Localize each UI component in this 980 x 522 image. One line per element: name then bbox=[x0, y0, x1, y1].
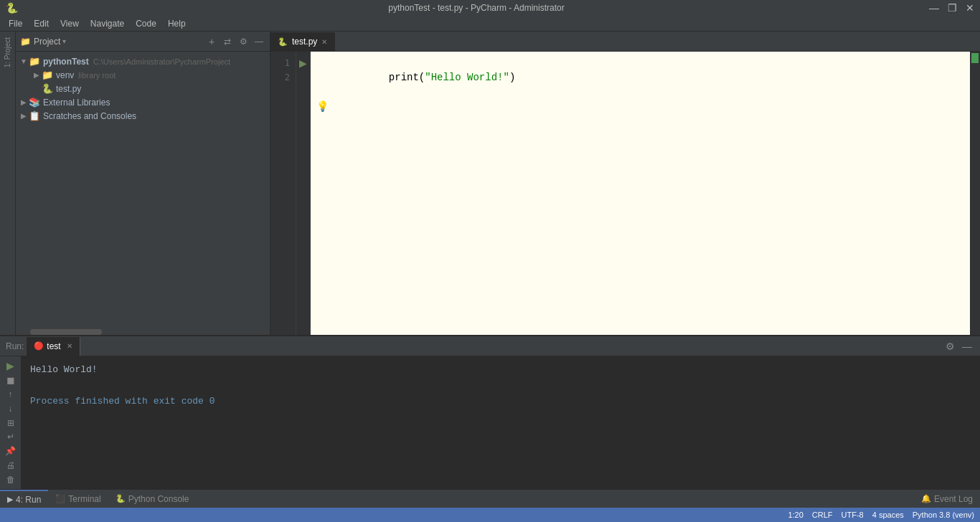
run-label: Run: bbox=[6, 341, 24, 351]
scratches-icon: 📋 bbox=[29, 110, 40, 121]
editor-tabs: 🐍 test.py ✕ bbox=[270, 32, 980, 52]
bottom-tabs-bar: ▶ 4: Run ⬛ Terminal 🐍 Python Console 🔔 E… bbox=[0, 489, 980, 508]
tree-item-venv[interactable]: ▶ 📁 venv library root bbox=[16, 68, 270, 82]
run-play-icon[interactable]: ▶ bbox=[4, 359, 18, 372]
app-icon: 🐍 bbox=[6, 2, 18, 14]
run-button-gutter: ▶ bbox=[296, 52, 311, 335]
run-delete-icon[interactable]: 🗑 bbox=[4, 473, 18, 486]
bottom-tab-run-icon: ▶ bbox=[7, 495, 13, 504]
tree-suffix-venv: library root bbox=[78, 71, 116, 80]
bottom-tab-run-label: 4: Run bbox=[16, 495, 41, 505]
code-editor[interactable]: print("Hello World!") 💡 bbox=[311, 52, 970, 335]
titlebar-title: pythonTest - test.py - PyCharm - Adminis… bbox=[24, 3, 929, 13]
event-log-right[interactable]: 🔔 Event Log bbox=[914, 490, 980, 508]
run-sidebar-icons: ▶ ◼ ↑ ↓ ⊞ ↵ 📌 🖨 🗑 bbox=[0, 356, 22, 489]
titlebar: 🐍 pythonTest - test.py - PyCharm - Admin… bbox=[0, 0, 980, 16]
run-pin-icon[interactable]: 📌 bbox=[4, 445, 18, 457]
tree-arrow-venv: ▶ bbox=[32, 71, 42, 79]
bottom-tab-terminal[interactable]: ⬛ Terminal bbox=[48, 490, 108, 508]
library-icon-external: 📚 bbox=[29, 97, 40, 108]
tab-close-testpy[interactable]: ✕ bbox=[321, 38, 327, 46]
tab-file-icon: 🐍 bbox=[278, 37, 288, 47]
project-dropdown-icon: ▾ bbox=[62, 37, 66, 45]
tree-item-pythontest[interactable]: ▼ 📁 pythonTest C:\Users\Administrator\Py… bbox=[16, 54, 270, 68]
menu-help[interactable]: Help bbox=[162, 17, 192, 30]
run-output-line-blank bbox=[30, 378, 971, 394]
minimize-panel-icon[interactable]: — bbox=[253, 37, 265, 47]
menu-edit[interactable]: Edit bbox=[28, 17, 55, 30]
run-panel: Run: 🔴 test ✕ ⚙ — ▶ ◼ ↑ ↓ ⊞ ↵ 📌 🖨 bbox=[0, 335, 980, 489]
menu-code[interactable]: Code bbox=[130, 17, 162, 30]
run-print-icon[interactable]: 🖨 bbox=[4, 459, 18, 472]
tree-path-pythontest: C:\Users\Administrator\PycharmProject bbox=[93, 57, 230, 66]
status-encoding[interactable]: UTF-8 bbox=[842, 511, 864, 519]
bottom-tab-console[interactable]: 🐍 Python Console bbox=[108, 490, 197, 508]
project-scrollbar[interactable] bbox=[16, 329, 270, 335]
bottom-tab-console-label: Python Console bbox=[128, 494, 189, 504]
project-title[interactable]: Project ▾ bbox=[34, 37, 202, 47]
project-sidebar-label[interactable]: 1: Project bbox=[2, 34, 13, 70]
project-tree: ▼ 📁 pythonTest C:\Users\Administrator\Py… bbox=[16, 52, 270, 329]
run-body: ▶ ◼ ↑ ↓ ⊞ ↵ 📌 🖨 🗑 Hello World! Process f… bbox=[0, 356, 980, 489]
line-number-2: 2 bbox=[285, 70, 290, 85]
tab-label-testpy: test.py bbox=[292, 37, 317, 47]
run-tab-close[interactable]: ✕ bbox=[67, 342, 72, 350]
status-line-ending[interactable]: CRLF bbox=[812, 511, 833, 519]
menu-file[interactable]: File bbox=[3, 17, 28, 30]
code-line-1: print("Hello World!") bbox=[316, 56, 964, 99]
event-log-icon: 🔔 bbox=[921, 494, 931, 503]
tree-item-scratches[interactable]: ▶ 📋 Scratches and Consoles bbox=[16, 109, 270, 123]
menubar: File Edit View Navigate Code Help bbox=[0, 16, 980, 32]
run-up-icon[interactable]: ↑ bbox=[4, 388, 18, 401]
project-panel: 📁 Project ▾ + ⇄ ⚙ — ▼ 📁 pythonTest C:\Us… bbox=[16, 32, 270, 335]
event-log-label: Event Log bbox=[934, 494, 973, 504]
run-panel-settings: ⚙ — bbox=[943, 339, 974, 353]
project-folder-icon: 📁 bbox=[20, 37, 31, 47]
tree-arrow-external: ▶ bbox=[19, 98, 29, 106]
run-layout-icon[interactable]: ⊞ bbox=[4, 417, 18, 430]
run-down-icon[interactable]: ↓ bbox=[4, 402, 18, 415]
ide-main: 1: Project 📁 Project ▾ + ⇄ ⚙ — ▼ bbox=[0, 32, 980, 522]
status-position[interactable]: 1:20 bbox=[788, 511, 803, 519]
tree-item-testpy[interactable]: 🐍 test.py bbox=[16, 82, 270, 95]
tree-label-testpy: test.py bbox=[56, 84, 81, 94]
line-number-1: 1 bbox=[285, 56, 290, 70]
minimize-button[interactable]: — bbox=[929, 2, 939, 14]
run-output: Hello World! Process finished with exit … bbox=[22, 356, 980, 489]
menu-navigate[interactable]: Navigate bbox=[85, 17, 130, 30]
status-indent[interactable]: 4 spaces bbox=[872, 511, 904, 519]
tree-label-venv: venv bbox=[56, 70, 74, 80]
add-icon[interactable]: + bbox=[205, 36, 218, 47]
run-stop-icon[interactable]: ◼ bbox=[4, 374, 18, 386]
sync-icon[interactable]: ⇄ bbox=[221, 37, 234, 47]
menu-view[interactable]: View bbox=[55, 17, 85, 30]
run-output-line-2: Process finished with exit code 0 bbox=[30, 394, 971, 409]
line-numbers-gutter: 1 2 bbox=[270, 52, 296, 335]
settings-icon[interactable]: ⚙ bbox=[237, 37, 250, 47]
code-hint-icon: 💡 bbox=[316, 100, 964, 112]
bottom-tab-run[interactable]: ▶ 4: Run bbox=[0, 490, 48, 508]
run-line-button[interactable]: ▶ bbox=[299, 56, 307, 70]
bottom-tab-terminal-label: Terminal bbox=[68, 494, 100, 504]
run-output-line-1: Hello World! bbox=[30, 362, 971, 378]
run-tab-icon: 🔴 bbox=[34, 341, 44, 351]
folder-icon-pythontest: 📁 bbox=[29, 56, 40, 67]
close-button[interactable]: ✕ bbox=[966, 2, 974, 14]
maximize-button[interactable]: ❐ bbox=[948, 2, 957, 14]
status-interpreter[interactable]: Python 3.8 (venv) bbox=[913, 511, 974, 519]
tree-item-external-libraries[interactable]: ▶ 📚 External Libraries bbox=[16, 95, 270, 109]
run-tab-test[interactable]: 🔴 test ✕ bbox=[27, 337, 80, 356]
window-controls: — ❐ ✕ bbox=[929, 2, 974, 14]
run-settings-icon[interactable]: ⚙ bbox=[943, 339, 957, 353]
run-wrap-icon[interactable]: ↵ bbox=[4, 430, 18, 443]
status-bar: 1:20 CRLF UTF-8 4 spaces Python 3.8 (ven… bbox=[0, 508, 980, 522]
tree-label-pythontest: pythonTest bbox=[43, 57, 89, 67]
run-tab-label: test bbox=[47, 341, 60, 351]
editor-tab-testpy[interactable]: 🐍 test.py ✕ bbox=[270, 32, 335, 51]
run-close-icon[interactable]: — bbox=[960, 339, 974, 353]
tree-arrow-pythontest: ▼ bbox=[19, 57, 29, 65]
tree-label-scratches: Scratches and Consoles bbox=[43, 111, 136, 121]
left-sidebar-strip: 1: Project bbox=[0, 32, 16, 335]
file-icon-testpy: 🐍 bbox=[42, 83, 53, 94]
right-gutter bbox=[970, 52, 980, 335]
